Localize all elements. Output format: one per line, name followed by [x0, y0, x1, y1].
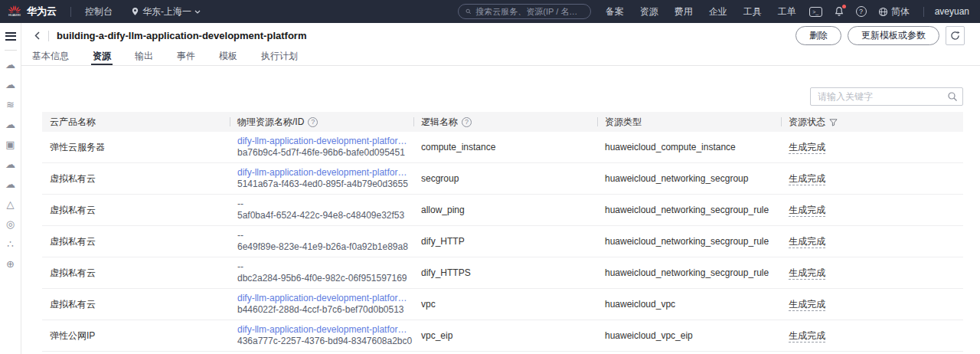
sidebar-icon-cloud-image[interactable]: ☁ [5, 80, 15, 90]
hamburger-menu-icon[interactable] [5, 30, 16, 42]
table-row: 弹性公网IPdify-llm-application-development-p… [42, 320, 963, 352]
global-search-placeholder: 搜索云服务、资源(IP / 名称 / ID)、快捷操作... [475, 6, 583, 18]
status-cell: 生成完成 [781, 329, 963, 343]
global-search-input[interactable]: 搜索云服务、资源(IP / 名称 / ID)、快捷操作... [458, 4, 591, 19]
divider [5, 50, 17, 51]
status-cell: 生成完成 [781, 235, 963, 248]
table-row: 弹性云服务器dify-llm-application-development-p… [42, 132, 963, 163]
account-username[interactable]: aveyuan [935, 6, 969, 17]
topnav-item-billing[interactable]: 费用 [675, 5, 693, 18]
product-name-cell: 虚拟私有云 [42, 298, 230, 311]
brand-name[interactable]: 华为云 [27, 5, 57, 18]
status-text: 生成完成 [789, 299, 825, 311]
sidebar-icon-network-elb[interactable]: △ [7, 199, 15, 209]
resource-type-cell: huaweicloud_vpc_eip [597, 330, 781, 341]
table-toolbar [42, 87, 963, 106]
search-icon [947, 91, 958, 102]
resource-type-cell: huaweicloud_networking_secgroup_rule [597, 236, 781, 247]
logical-name-cell: compute_instance [413, 142, 597, 152]
table-row: 虚拟私有云--dbc2a284-95b6-4f0e-982c-06f951597… [42, 257, 963, 289]
product-name-cell: 弹性云服务器 [42, 141, 230, 154]
refresh-icon [950, 31, 960, 41]
keyword-search-input[interactable] [810, 87, 963, 106]
table-row: 虚拟私有云dify-llm-application-development-pl… [42, 289, 963, 320]
resource-type-cell: huaweicloud_networking_secgroup [597, 173, 781, 184]
resource-id: b446022f-288d-4ccf-b7c6-bef70d0b0513 [237, 304, 413, 316]
console-link[interactable]: 控制台 [85, 5, 113, 18]
sidebar-icon-device[interactable]: ▣ [5, 139, 15, 149]
resource-id: 6e49f89e-823e-41e9-b26a-f0a92b1e89a8 [237, 241, 413, 253]
column-label: 资源类型 [605, 116, 642, 129]
topnav-item-tickets[interactable]: 工单 [778, 5, 796, 18]
sidebar-icon-globe[interactable]: ⊕ [6, 259, 15, 269]
logical-name-cell: vpc [413, 299, 597, 310]
help-icon[interactable]: ? [308, 117, 318, 127]
physical-name-empty: -- [237, 261, 413, 273]
topnav-icons: >_ ? 简体 [809, 5, 910, 18]
terminal-icon[interactable]: >_ [809, 7, 822, 17]
page-actions: 删除 更新模板或参数 [795, 26, 965, 45]
svg-text:HUAWEI: HUAWEI [8, 13, 21, 17]
sidebar-icon-cloud-storage[interactable]: ☁ [5, 159, 15, 169]
globe-icon [878, 7, 888, 17]
tab-templates[interactable]: 模板 [217, 48, 239, 65]
column-label: 云产品名称 [50, 116, 96, 129]
resources-panel: 云产品名称物理资源名称/ID?逻辑名称?资源类型资源状态 弹性云服务器dify-… [21, 66, 980, 354]
help-icon[interactable]: ? [462, 117, 472, 127]
column-label: 资源状态 [789, 116, 825, 129]
sidebar-icon-cloud-sync[interactable]: ☁ [5, 179, 15, 189]
tab-events[interactable]: 事件 [175, 48, 197, 65]
logical-name-cell: dify_HTTPS [413, 267, 597, 278]
update-template-button[interactable]: 更新模板或参数 [848, 26, 939, 45]
sidebar-icon-cluster[interactable]: ∴ [7, 239, 13, 249]
tab-resources[interactable]: 资源 [91, 48, 113, 65]
resource-id: ba76b9c4-5d7f-46fe-96b6-bafe0d095451 [237, 147, 413, 159]
language-label: 简体 [891, 5, 910, 18]
resource-name-link[interactable]: dify-llm-application-development-platfor… [237, 324, 413, 336]
table-header-row: 云产品名称物理资源名称/ID?逻辑名称?资源类型资源状态 [42, 112, 963, 132]
region-selector[interactable]: 华东-上海一 [131, 5, 201, 18]
resource-id: 436a777c-2257-4376-bd94-8347608a2bc0 [237, 336, 413, 347]
resource-name-link[interactable]: dify-llm-application-development-platfor… [237, 293, 413, 304]
topnav-item-beian[interactable]: 备案 [606, 5, 624, 18]
table-body: 弹性云服务器dify-llm-application-development-p… [42, 132, 963, 352]
topnav-item-tools[interactable]: 工具 [743, 5, 762, 18]
physical-resource-cell: --6e49f89e-823e-41e9-b26a-f0a92b1e89a8 [230, 230, 413, 253]
divider [48, 31, 49, 41]
page-title: building-a-dify-llm-application-developm… [57, 30, 306, 41]
sidebar-icon-cloud-server[interactable]: ☁ [5, 60, 15, 70]
status-cell: 生成完成 [781, 298, 963, 311]
resource-type-cell: huaweicloud_networking_secgroup_rule [597, 205, 781, 215]
notifications-bell-icon[interactable] [834, 6, 844, 17]
back-button[interactable] [34, 31, 41, 41]
tab-execution-plans[interactable]: 执行计划 [260, 48, 299, 65]
status-text: 生成完成 [789, 142, 825, 154]
filter-icon[interactable] [829, 118, 838, 126]
column-header-resource-type: 资源类型 [597, 112, 781, 132]
physical-resource-cell: dify-llm-application-development-platfor… [230, 136, 413, 159]
refresh-button[interactable] [946, 26, 965, 45]
resource-type-cell: huaweicloud_compute_instance [597, 142, 781, 152]
product-name-cell: 虚拟私有云 [42, 172, 230, 185]
physical-resource-cell: dify-llm-application-development-platfor… [230, 324, 413, 347]
topnav-item-enterprise[interactable]: 企业 [709, 5, 727, 18]
tab-basic-info[interactable]: 基本信息 [31, 48, 70, 65]
language-selector[interactable]: 简体 [878, 5, 910, 18]
location-pin-icon [131, 7, 139, 16]
search-icon [466, 7, 472, 16]
column-header-product-name: 云产品名称 [42, 112, 230, 132]
status-cell: 生成完成 [781, 204, 963, 217]
logical-name-cell: secgroup [413, 173, 597, 184]
sidebar-icon-cloud-upload[interactable]: ☁ [5, 120, 15, 129]
help-question-icon[interactable]: ? [856, 6, 867, 17]
huawei-logo-icon[interactable]: HUAWEI [8, 5, 21, 18]
resource-name-link[interactable]: dify-llm-application-development-platfor… [237, 136, 413, 147]
resource-name-link[interactable]: dify-llm-application-development-platfor… [237, 167, 413, 179]
tab-outputs[interactable]: 输出 [133, 48, 155, 65]
product-name-cell: 虚拟私有云 [42, 267, 230, 280]
delete-button[interactable]: 删除 [795, 26, 841, 45]
topnav-item-resources[interactable]: 资源 [640, 5, 658, 18]
sidebar-icon-eip[interactable]: ◎ [6, 219, 15, 229]
sidebar-icon-auto-scaling[interactable]: ≋ [6, 100, 15, 110]
region-label: 华东-上海一 [142, 5, 191, 18]
